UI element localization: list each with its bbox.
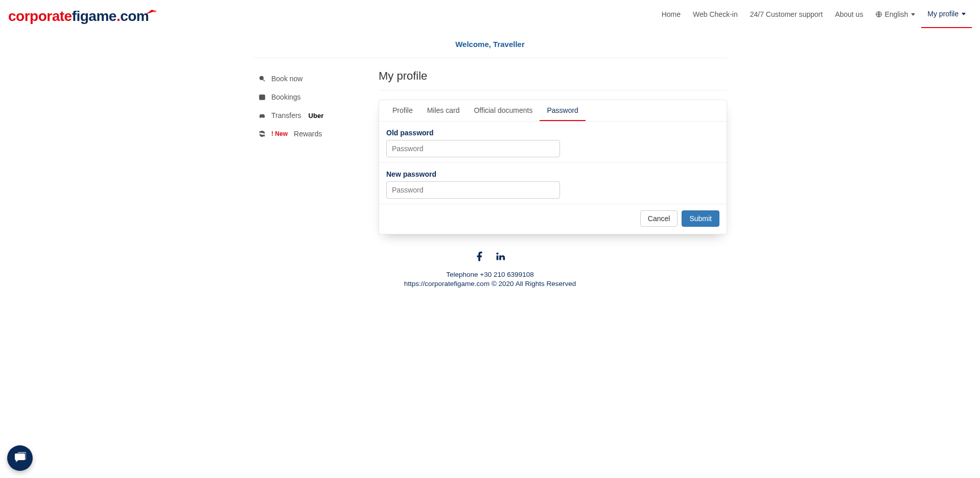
tab-profile[interactable]: Profile [385, 100, 420, 121]
footer-rights-text: © 2020 All Rights Reserved [492, 280, 576, 288]
svg-point-8 [263, 117, 264, 118]
globe-icon [875, 10, 882, 19]
cancel-button[interactable]: Cancel [640, 210, 678, 227]
social-links [253, 251, 727, 264]
brand-part-2: figame [72, 9, 116, 23]
old-password-label: Old password [386, 129, 719, 137]
main-content: My profile Profile Miles card Official d… [370, 58, 727, 234]
footer-site-link[interactable]: https://corporatefigame.com [404, 280, 489, 288]
linkedin-link[interactable] [495, 251, 506, 264]
topbar: corporatefigame.com Home Web Check-in 24… [0, 0, 980, 29]
nav-support[interactable]: 24/7 Customer support [744, 5, 829, 28]
tab-label: Profile [392, 106, 413, 114]
nav-checkin-label: Web Check-in [693, 10, 738, 18]
caret-down-icon [962, 13, 966, 15]
page-title: My profile [379, 69, 727, 83]
car-icon [258, 112, 266, 119]
sidebar-item-book-now[interactable]: Book now [256, 69, 370, 88]
calendar-icon [258, 93, 266, 101]
new-password-label: New password [386, 170, 719, 178]
nav-profile-label: My profile [927, 10, 959, 18]
brand-logo[interactable]: corporatefigame.com [8, 9, 157, 23]
tab-label: Official documents [474, 106, 532, 114]
nav-language[interactable]: English [869, 5, 921, 28]
brand-part-3: com [120, 9, 149, 23]
brand-dot: . [116, 9, 120, 23]
sidebar-item-rewards[interactable]: ! New Rewards [256, 125, 370, 143]
uber-brand: Uber [309, 112, 324, 119]
old-password-input[interactable] [386, 140, 560, 157]
svg-point-7 [260, 117, 261, 118]
new-badge: ! New [271, 130, 288, 137]
sidebar-item-label: Bookings [271, 93, 301, 101]
svg-point-1 [260, 76, 263, 80]
button-label: Submit [689, 214, 712, 223]
footer-telephone: Telephone +30 210 6399108 [253, 271, 727, 278]
divider [379, 90, 727, 90]
sidebar-item-label: Transfers [271, 111, 301, 119]
content-row: Book now Bookings Transfers Uber ! New [253, 58, 727, 234]
sidebar-item-transfers[interactable]: Transfers Uber [256, 106, 370, 125]
page-container: Welcome, Traveller Book now Bookings Tra [245, 31, 735, 288]
search-icon [258, 75, 266, 82]
linkedin-icon [495, 255, 506, 264]
facebook-icon [474, 255, 485, 264]
new-password-input[interactable] [386, 181, 560, 199]
sidebar-item-bookings[interactable]: Bookings [256, 88, 370, 106]
nav-about[interactable]: About us [829, 5, 869, 28]
nav-my-profile[interactable]: My profile [921, 5, 972, 28]
tab-label: Miles card [427, 106, 460, 114]
nav-support-label: 24/7 Customer support [750, 10, 823, 18]
nav-language-label: English [884, 10, 908, 18]
brand-part-1: corporate [8, 9, 72, 23]
tabs: Profile Miles card Official documents Pa… [379, 100, 727, 122]
refresh-icon [258, 130, 266, 137]
plane-arrow-icon [146, 4, 157, 18]
form-actions: Cancel Submit [379, 204, 727, 234]
top-nav: Home Web Check-in 24/7 Customer support … [656, 5, 972, 28]
tab-official-documents[interactable]: Official documents [466, 100, 540, 121]
nav-web-checkin[interactable]: Web Check-in [687, 5, 744, 28]
footer: Telephone +30 210 6399108 https://corpor… [253, 251, 727, 288]
submit-button[interactable]: Submit [682, 210, 719, 227]
telephone-label: Telephone [446, 271, 478, 278]
caret-down-icon [911, 13, 915, 16]
sidebar: Book now Bookings Transfers Uber ! New [253, 58, 370, 143]
nav-home-label: Home [662, 10, 681, 18]
tab-label: Password [547, 106, 578, 114]
welcome-banner: Welcome, Traveller [253, 31, 727, 58]
svg-rect-3 [260, 95, 265, 100]
tab-miles-card[interactable]: Miles card [420, 100, 467, 121]
sidebar-item-label: Rewards [294, 130, 322, 138]
svg-line-2 [263, 80, 265, 82]
old-password-panel: Old password [379, 122, 727, 162]
footer-rights: https://corporatefigame.com © 2020 All R… [253, 280, 727, 288]
button-label: Cancel [648, 214, 670, 223]
tab-password[interactable]: Password [540, 100, 585, 121]
telephone-number: +30 210 6399108 [480, 271, 533, 278]
nav-home[interactable]: Home [656, 5, 687, 28]
profile-card: Profile Miles card Official documents Pa… [379, 100, 727, 234]
nav-about-label: About us [835, 10, 863, 18]
facebook-link[interactable] [474, 251, 485, 264]
new-password-panel: New password [379, 162, 727, 204]
sidebar-item-label: Book now [271, 75, 302, 83]
